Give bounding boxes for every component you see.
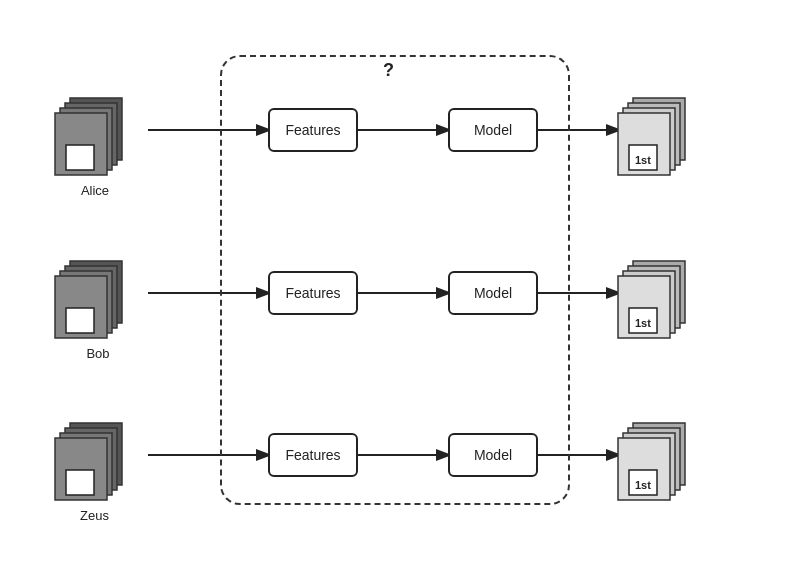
- input-stack-bob: [52, 253, 142, 347]
- output-stack-row3: 1st: [615, 415, 705, 509]
- output-stack-icon-3: 1st: [615, 415, 705, 505]
- svg-rect-35: [66, 470, 94, 495]
- features-box-row2: Features: [268, 271, 358, 315]
- bob-label: Bob: [68, 346, 128, 361]
- question-mark: ?: [383, 60, 394, 81]
- bob-stack-icon: [52, 253, 142, 343]
- svg-rect-13: [66, 145, 94, 170]
- diagram: ? Alice Features Model 1st: [0, 0, 789, 561]
- output-stack-icon-1: 1st: [615, 90, 705, 180]
- model-box-row3: Model: [448, 433, 538, 477]
- alice-label: Alice: [65, 183, 125, 198]
- svg-rect-24: [66, 308, 94, 333]
- features-box-row3: Features: [268, 433, 358, 477]
- output-stack-row2: 1st: [615, 253, 705, 347]
- output-stack-icon-2: 1st: [615, 253, 705, 343]
- svg-text:1st: 1st: [635, 479, 651, 491]
- features-box-row1: Features: [268, 108, 358, 152]
- alice-stack-icon: [52, 90, 142, 180]
- input-stack-alice: [52, 90, 142, 184]
- model-box-row2: Model: [448, 271, 538, 315]
- input-stack-zeus: [52, 415, 142, 509]
- svg-text:1st: 1st: [635, 317, 651, 329]
- zeus-stack-icon: [52, 415, 142, 505]
- svg-text:1st: 1st: [635, 154, 651, 166]
- model-box-row1: Model: [448, 108, 538, 152]
- zeus-label: Zeus: [62, 508, 127, 523]
- output-stack-row1: 1st: [615, 90, 705, 184]
